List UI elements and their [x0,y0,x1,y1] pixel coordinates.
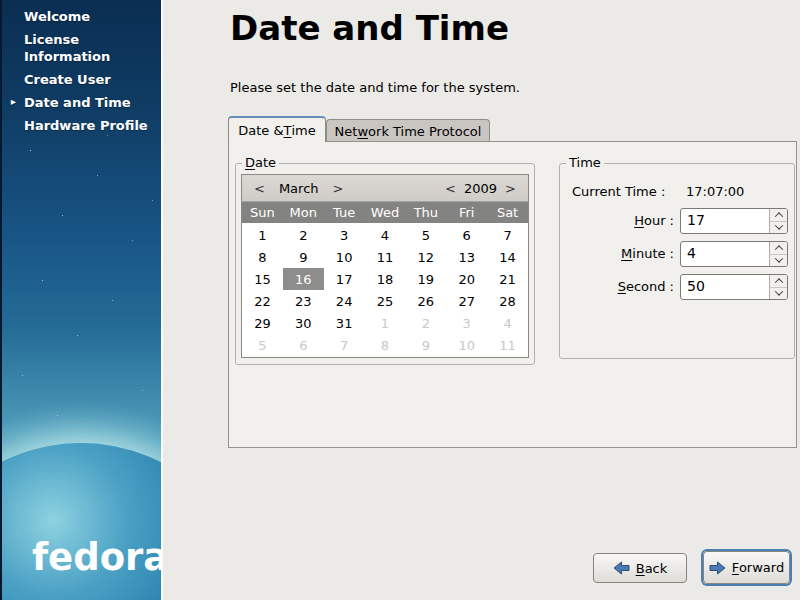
second-label-post: econd : [626,279,674,294]
calendar-day[interactable]: 23 [283,290,324,312]
calendar-day[interactable]: 10 [324,246,365,268]
hour-label-post: our : [644,213,674,228]
time-group-frame: Time Current Time : 17:07:00 Hour : 17 M… [559,163,795,359]
tab-network-time-protocol[interactable]: Network Time Protocol [326,119,490,142]
back-label-mn: B [636,561,645,576]
calendar-day[interactable]: 7 [324,334,365,356]
back-arrow-icon [613,561,630,575]
calendar-day[interactable]: 13 [446,246,487,268]
previous-year-button[interactable]: < [441,181,460,196]
next-month-button[interactable]: > [329,181,348,196]
calendar-day[interactable]: 27 [446,290,487,312]
forward-button[interactable]: Forward [703,551,790,584]
day-name-thu: Thu [405,205,446,220]
calendar-day[interactable]: 8 [242,246,283,268]
tab-ntp-label-pre: Net [335,124,358,139]
calendar-day[interactable]: 18 [365,268,406,290]
calendar-day[interactable]: 30 [283,312,324,334]
back-label-post: ack [645,561,668,576]
hour-increment-button[interactable] [770,209,787,222]
sidebar-item-label: License Information [24,32,110,64]
calendar-day[interactable]: 1 [365,312,406,334]
calendar-day[interactable]: 6 [446,224,487,246]
calendar-day[interactable]: 9 [405,334,446,356]
page-title: Date and Time [230,8,509,48]
calendar-day-names: SunMonTueWedThuFriSat [242,202,528,223]
calendar-day[interactable]: 19 [405,268,446,290]
calendar-day[interactable]: 26 [405,290,446,312]
calendar-header: < March > < 2009 > [242,175,528,202]
back-button[interactable]: Back [593,553,687,583]
sidebar-item-label: Date and Time [24,95,131,110]
chevron-down-icon [774,255,782,263]
minute-label: Minute : [560,246,674,261]
calendar-day[interactable]: 29 [242,312,283,334]
minute-input[interactable]: 4 [681,242,769,266]
calendar-day[interactable]: 10 [446,334,487,356]
calendar-day[interactable]: 4 [487,312,528,334]
minute-increment-button[interactable] [770,242,787,255]
calendar-year-label: 2009 [464,181,497,196]
calendar-day[interactable]: 3 [446,312,487,334]
minute-row: Minute : 4 [560,241,794,267]
previous-month-button[interactable]: < [250,181,269,196]
chevron-down-icon [774,222,782,230]
date-legend-post: ate [255,155,276,170]
next-year-button[interactable]: > [501,181,520,196]
second-spin-buttons [769,275,787,299]
calendar-day[interactable]: 9 [283,246,324,268]
calendar-day[interactable]: 7 [487,224,528,246]
sidebar-item-label: Welcome [24,9,90,24]
calendar-day[interactable]: 1 [242,224,283,246]
sidebar-item-label: Hardware Profile [24,118,148,133]
tab-date-time[interactable]: Date & Time [228,116,326,142]
minute-label-mn: M [621,246,632,261]
calendar-day[interactable]: 28 [487,290,528,312]
calendar-day[interactable]: 17 [324,268,365,290]
fedora-logo: fedora™ [32,536,161,579]
tab-panel: Date < March > < 2009 > SunMonTueWedThuF… [228,141,797,448]
hour-input[interactable]: 17 [681,209,769,233]
calendar-day[interactable]: 11 [487,334,528,356]
calendar-day[interactable]: 3 [324,224,365,246]
second-label-mn: S [618,279,626,294]
calendar-day[interactable]: 21 [487,268,528,290]
calendar-day[interactable]: 24 [324,290,365,312]
sidebar-item-license-information: License Information [2,31,152,65]
date-group-legend: Date [242,155,279,170]
calendar-day[interactable]: 20 [446,268,487,290]
forward-arrow-icon [709,561,726,575]
second-increment-button[interactable] [770,275,787,288]
calendar-day[interactable]: 4 [365,224,406,246]
sidebar-divider [161,0,163,600]
calendar-day[interactable]: 25 [365,290,406,312]
hour-decrement-button[interactable] [770,222,787,234]
calendar-day-selected[interactable]: 16 [283,268,324,290]
calendar-day[interactable]: 15 [242,268,283,290]
calendar-day[interactable]: 22 [242,290,283,312]
calendar-day[interactable]: 6 [283,334,324,356]
calendar-day[interactable]: 31 [324,312,365,334]
fedora-logo-text: fedora [32,536,161,579]
calendar-day[interactable]: 12 [405,246,446,268]
calendar-day[interactable]: 11 [365,246,406,268]
calendar-day[interactable]: 5 [242,334,283,356]
sidebar-item-create-user: Create User [2,71,152,88]
calendar-day[interactable]: 2 [405,312,446,334]
minute-spinner[interactable]: 4 [680,241,788,267]
calendar-day[interactable]: 2 [283,224,324,246]
calendar-day[interactable]: 14 [487,246,528,268]
minute-decrement-button[interactable] [770,255,787,267]
calendar-day[interactable]: 8 [365,334,406,356]
calendar-day[interactable]: 5 [405,224,446,246]
calendar-grid: 1234567891011121314151617181920212223242… [242,223,528,357]
date-legend-mn: D [245,155,255,170]
second-decrement-button[interactable] [770,288,787,300]
second-spinner[interactable]: 50 [680,274,788,300]
second-input[interactable]: 50 [681,275,769,299]
sidebar-item-label: Create User [24,72,111,87]
page-subtitle: Please set the date and time for the sys… [230,80,520,95]
second-label: Second : [560,279,674,294]
tab-ntp-label-post: ork Time Protocol [368,124,481,139]
hour-spinner[interactable]: 17 [680,208,788,234]
